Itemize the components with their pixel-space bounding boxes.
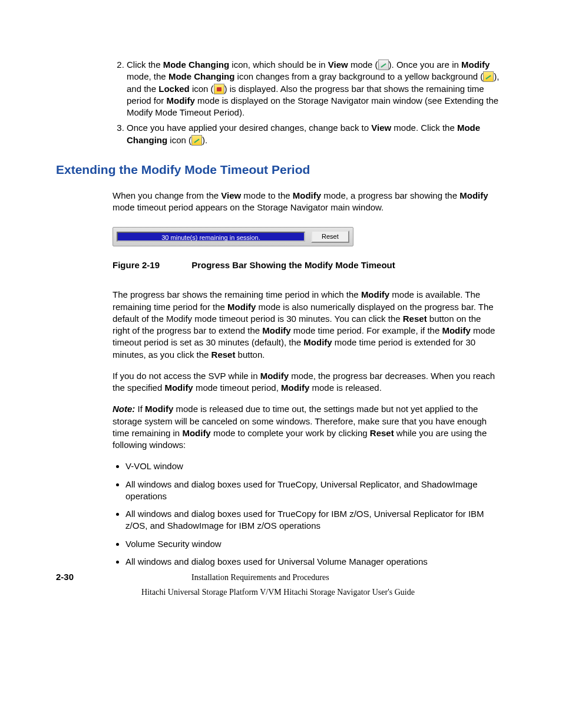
page: Click the Mode Changing icon, which shou… <box>0 0 562 634</box>
progress-bar-widget: 30 minute(s) remaining in session.Reset <box>113 227 353 246</box>
footer-guide-name: Hitachi Universal Storage Platform V/VM … <box>56 587 500 598</box>
footer-section-name: Installation Requirements and Procedures <box>191 572 500 584</box>
progress-bar-figure: 30 minute(s) remaining in session.Reset <box>113 227 500 246</box>
reset-button[interactable]: Reset <box>311 230 349 243</box>
section-heading: Extending the Modify Mode Timeout Period <box>56 162 500 178</box>
paragraph-svp-access: If you do not access the SVP while in Mo… <box>113 370 500 394</box>
locked-icon <box>214 84 224 94</box>
figure-caption: Figure 2-19 Progress Bar Showing the Mod… <box>113 259 500 271</box>
step-2: Click the Mode Changing icon, which shou… <box>127 59 500 118</box>
page-number: 2-30 <box>56 571 191 583</box>
list-item: All windows and dialog boxes used for Tr… <box>125 508 500 532</box>
window-list: V-VOL window All windows and dialog boxe… <box>113 460 500 568</box>
paragraph-progress-description: The progress bar shows the remaining tim… <box>113 289 500 361</box>
list-item: All windows and dialog boxes used for Tr… <box>125 479 500 503</box>
list-item: All windows and dialog boxes used for Un… <box>125 556 500 568</box>
list-item: V-VOL window <box>125 460 500 472</box>
page-footer: 2-30 Installation Requirements and Proce… <box>56 571 500 598</box>
step-list: Click the Mode Changing icon, which shou… <box>113 59 500 146</box>
mode-changing-modify-icon <box>483 71 494 82</box>
note-paragraph: Note: If Modify mode is released due to … <box>113 403 500 451</box>
intro-paragraph: When you change from the View mode to th… <box>113 190 500 214</box>
mode-changing-modify-icon <box>191 135 202 146</box>
list-item: Volume Security window <box>125 538 500 550</box>
section-body: When you change from the View mode to th… <box>113 190 500 568</box>
progress-bar: 30 minute(s) remaining in session. <box>117 232 305 242</box>
mode-changing-view-icon <box>378 60 389 70</box>
step-3: Once you have applied your desired chang… <box>127 122 500 146</box>
